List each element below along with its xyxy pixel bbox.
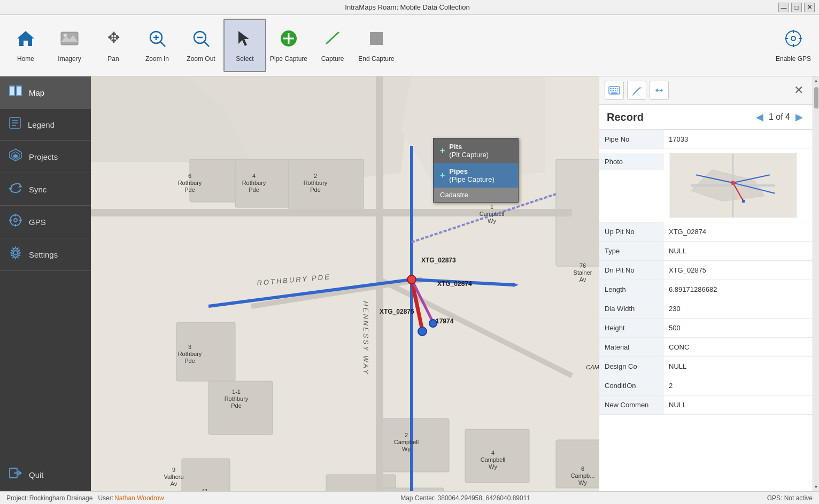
enable-gps-label: Enable GPS [776, 55, 811, 63]
svg-marker-35 [18, 185, 22, 188]
field-label-length: Length [599, 280, 663, 299]
field-design-co: Design Co NULL [599, 357, 813, 376]
svg-rect-60 [182, 459, 230, 491]
home-button[interactable]: Home [4, 19, 47, 72]
end-capture-icon [367, 29, 386, 52]
maximize-button[interactable]: □ [791, 3, 802, 12]
field-value-type: NULL [663, 242, 813, 260]
scroll-up-arrow[interactable]: ▲ [813, 76, 820, 85]
sidebar-item-gps[interactable]: GPS [0, 206, 91, 238]
gps-icon [9, 213, 22, 230]
svg-rect-1 [61, 32, 78, 45]
end-capture-label: End Capture [358, 55, 394, 63]
title-bar: IntraMaps Roam: Mobile Data Collection —… [0, 0, 819, 15]
field-label-type: Type [599, 242, 663, 260]
enable-gps-button[interactable]: Enable GPS [772, 19, 815, 72]
sidebar: Map Legend [0, 76, 91, 491]
sidebar-item-settings[interactable]: Settings [0, 238, 91, 271]
pits-label: Pits(Pit Capture) [449, 143, 489, 159]
sidebar-legend-label: Legend [28, 120, 55, 129]
end-capture-button[interactable]: End Capture [355, 19, 398, 72]
quit-icon [9, 466, 22, 483]
sidebar-item-sync[interactable]: Sync [0, 173, 91, 206]
edit-button[interactable] [627, 81, 646, 100]
svg-text:Stainer: Stainer [574, 269, 592, 276]
right-scrollbar[interactable]: ▲ ▼ [813, 76, 819, 491]
svg-text:3: 3 [188, 344, 191, 350]
field-length: Length 6.89171286682 [599, 280, 813, 299]
scroll-thumb[interactable] [814, 87, 818, 108]
settings-icon [9, 246, 22, 263]
field-label-design-co: Design Co [599, 357, 663, 376]
sidebar-quit-label: Quit [29, 470, 44, 479]
field-value-condition: 2 [663, 376, 813, 395]
svg-text:XTG_02875: XTG_02875 [380, 308, 414, 315]
scroll-down-arrow[interactable]: ▼ [813, 483, 820, 491]
imagery-label: Imagery [58, 55, 81, 63]
photo-thumbnail[interactable] [669, 153, 797, 218]
dropdown-cadastre[interactable]: Cadastre [434, 188, 518, 202]
svg-text:Wy: Wy [402, 446, 411, 452]
sidebar-item-map[interactable]: Map [0, 76, 91, 109]
pipe-capture-icon [279, 29, 298, 52]
svg-rect-127 [610, 88, 612, 89]
svg-marker-34 [13, 154, 18, 158]
svg-rect-128 [613, 88, 614, 89]
svg-text:Rothbury: Rothbury [242, 180, 266, 186]
select-button[interactable]: Select [223, 19, 266, 72]
status-project-name: Rockingham Drainage [29, 494, 93, 502]
svg-rect-133 [615, 90, 616, 91]
minimize-button[interactable]: — [778, 3, 789, 12]
select-label: Select [236, 55, 253, 63]
record-prev-button[interactable]: ◀ [754, 110, 766, 124]
sidebar-item-legend[interactable]: Legend [0, 109, 91, 141]
dropdown-pipes[interactable]: + Pipes(Pipe Capture) [434, 163, 518, 188]
svg-text:Av: Av [580, 276, 586, 283]
zoom-out-label: Zoom Out [187, 55, 215, 63]
field-label-height: Height [599, 319, 663, 337]
close-record-button[interactable]: ✕ [790, 82, 807, 99]
navigate-button[interactable] [650, 81, 669, 100]
sidebar-item-projects[interactable]: Projects [0, 141, 91, 173]
svg-rect-57 [380, 418, 449, 472]
svg-point-151 [731, 181, 735, 185]
capture-button[interactable]: Capture [311, 19, 354, 72]
field-label-photo: Photo [599, 153, 663, 170]
sidebar-item-quit[interactable]: Quit [0, 459, 91, 491]
map-svg: 6 Rothbury Pde 4 Rothbury Pde 2 Rothbury… [91, 76, 599, 491]
svg-text:Pde: Pde [231, 402, 242, 409]
field-label-condition: ConditIOn [599, 376, 663, 395]
pan-button[interactable]: ✥ Pan [92, 19, 135, 72]
select-icon [235, 29, 254, 52]
svg-rect-59 [556, 440, 599, 488]
close-button[interactable]: ✕ [804, 3, 815, 12]
pipe-capture-button[interactable]: Pipe Capture [267, 19, 310, 72]
record-header: Record ◀ 1 of 4 ▶ [599, 105, 813, 130]
capture-label: Capture [321, 55, 344, 63]
zoom-in-button[interactable]: Zoom In [136, 19, 179, 72]
svg-text:4: 4 [491, 449, 495, 456]
zoom-out-button[interactable]: Zoom Out [180, 19, 222, 72]
zoom-in-icon [148, 29, 167, 52]
record-next-button[interactable]: ▶ [793, 110, 805, 124]
field-value-new-comment: NULL [663, 396, 813, 414]
sidebar-settings-label: Settings [29, 250, 58, 259]
record-title: Record [607, 111, 754, 123]
enable-gps-icon [784, 29, 803, 52]
dropdown-pits[interactable]: + Pits(Pit Capture) [434, 138, 518, 163]
field-new-comment: New Commen NULL [599, 396, 813, 415]
field-value-material: CONC [663, 338, 813, 356]
map-area[interactable]: 6 Rothbury Pde 4 Rothbury Pde 2 Rothbury… [91, 76, 599, 491]
svg-rect-135 [611, 92, 617, 94]
pipes-label: Pipes(Pipe Capture) [449, 167, 495, 183]
field-value-design-co: NULL [663, 357, 813, 376]
svg-rect-132 [613, 90, 614, 91]
pan-label: Pan [107, 55, 119, 63]
svg-line-138 [632, 95, 634, 95]
field-value-up-pit-no: XTG_02874 [663, 222, 813, 241]
field-label-material: Material [599, 338, 663, 356]
keyboard-button[interactable] [605, 81, 624, 100]
svg-rect-26 [10, 87, 14, 95]
imagery-button[interactable]: Imagery [48, 19, 91, 72]
field-condition: ConditIOn 2 [599, 376, 813, 396]
